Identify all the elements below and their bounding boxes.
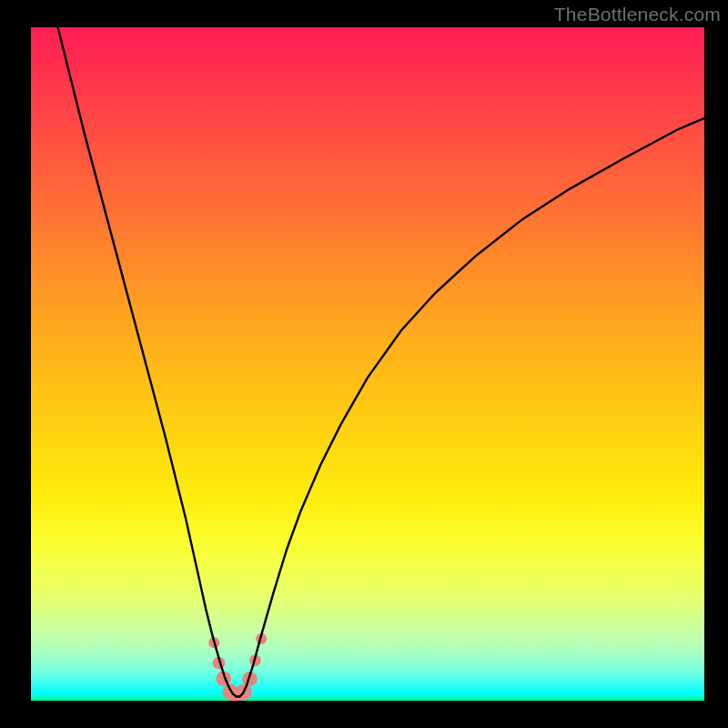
- chart-frame: TheBottleneck.com: [0, 0, 728, 728]
- chart-svg: [31, 27, 704, 701]
- plot-area: [31, 27, 704, 701]
- watermark-text: TheBottleneck.com: [554, 4, 721, 25]
- bottleneck-curve: [58, 27, 704, 697]
